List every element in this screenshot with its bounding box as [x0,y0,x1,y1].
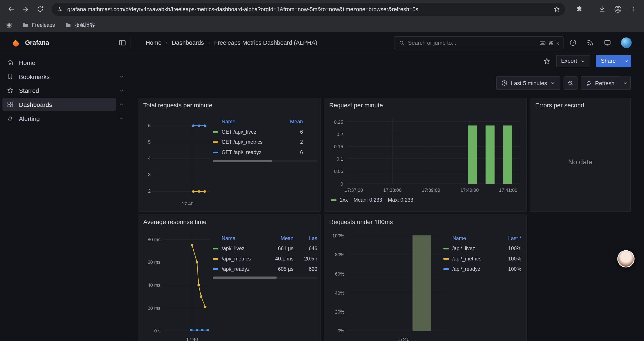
bar-chart[interactable] [347,119,521,187]
site-settings-icon[interactable] [56,6,63,12]
line-chart[interactable] [163,235,210,334]
legend-row[interactable]: /api/_metrics 40.1 ms 20.5 r [212,253,317,264]
legend-row[interactable]: /api/_readyz 605 µs 620 [212,264,317,274]
search-input[interactable] [408,40,536,46]
scrollbar-thumb[interactable] [212,276,276,279]
sidebar-item-label: Bookmarks [19,73,50,80]
time-range-picker[interactable]: Last 5 minutes [496,76,560,90]
series-color-dash [212,247,218,249]
scrollbar-thumb[interactable] [212,160,272,162]
apps-grid-icon[interactable] [6,22,12,28]
search-icon [398,40,405,46]
user-avatar[interactable] [621,37,632,48]
bookmark-folder-blogs[interactable]: 收藏博客 [65,22,95,29]
sidebar-item-bookmarks[interactable]: Bookmarks [0,69,130,83]
downloads-button[interactable] [596,3,609,16]
series-mean: 661 µs [269,245,293,251]
legend-scrollbar[interactable] [212,160,317,162]
legend-row[interactable]: /api/_readyz 100% [443,264,521,274]
grafana-logo[interactable] [11,37,21,48]
panel-title[interactable]: Requests under 100ms [329,218,393,225]
chevron-down-icon [624,59,628,63]
help-icon[interactable]: ? [569,39,577,46]
share-menu-button[interactable] [620,55,631,67]
line-chart[interactable] [152,120,210,200]
mega-menu-toggle[interactable] [118,39,126,47]
search-box[interactable]: ⌘+k [394,36,564,49]
sidebar: Home Bookmarks Starred Dashboards [0,53,130,341]
legend-row[interactable]: /api/_livez 661 µs 646 [212,243,317,254]
clock-icon [501,80,508,86]
legend-scrollbar[interactable] [212,276,317,279]
bookmark-folder-freeleaps[interactable]: Freeleaps [22,22,55,28]
extensions-button[interactable] [572,3,586,16]
panel-legend: Name Mean Las /api/_livez 661 µs 646 /ap… [212,233,317,274]
brand-name: Grafana [25,39,49,46]
sidebar-item-home[interactable]: Home [0,56,130,70]
legend-row[interactable]: /api/_metrics 100% [443,253,521,264]
refresh-sync-icon [586,80,592,86]
share-button[interactable]: Share [596,55,620,67]
display-monitor-icon[interactable] [604,39,611,46]
series-color-dash [443,247,449,249]
legend-header-mean[interactable]: Mean [269,235,293,241]
news-rss-icon[interactable] [586,39,594,46]
puzzle-icon [576,6,582,13]
back-button[interactable] [4,3,17,16]
legend-row[interactable]: GET /api/_metrics 2 [212,137,317,147]
legend-header-name[interactable]: Name [222,119,282,124]
y-tick: 0.2 [328,131,343,137]
address-bar[interactable]: grafana.mathmast.com/d/deytv4rwavabkb/fr… [52,3,565,15]
panel-title[interactable]: Errors per second [535,102,584,109]
reload-button[interactable] [34,3,47,16]
refresh-interval-button[interactable] [620,76,631,90]
sidebar-item-dashboards[interactable]: Dashboards [0,97,130,112]
sidebar-item-starred[interactable]: Starred [0,83,130,97]
refresh-button[interactable]: Refresh [581,76,620,90]
favorite-star-icon[interactable] [543,57,550,65]
bookmark-star-icon[interactable] [553,6,560,13]
legend-header-name[interactable]: Name [222,235,269,241]
y-tick: 3 [141,172,150,178]
panel-title[interactable]: Total requests per minute [143,102,212,109]
series-color-dash [212,258,218,259]
export-button[interactable]: Export [556,55,590,67]
profile-button[interactable] [611,3,624,16]
legend-header-mean[interactable]: Mean [282,119,303,124]
bar-chart[interactable] [347,235,444,331]
chevron-down-icon[interactable] [118,88,124,93]
sidebar-item-alerting[interactable]: Alerting [0,111,130,125]
chevron-down-icon[interactable] [118,74,124,79]
chevron-down-icon[interactable] [118,115,124,121]
svg-text:?: ? [572,41,574,44]
url-text[interactable]: grafana.mathmast.com/d/deytv4rwavabkb/fr… [67,6,549,12]
panel-title[interactable]: Request per minute [329,102,383,109]
breadcrumb-home[interactable]: Home [146,39,162,46]
panel-request-per-minute: Request per minute 0.25 0.2 0.15 0.1 0.0… [324,98,526,212]
zoom-out-button[interactable] [563,76,577,90]
legend-spacer [212,237,218,239]
legend-row[interactable]: GET /api/_livez 6 [212,127,317,137]
reload-icon [36,5,44,13]
breadcrumb-dashboards[interactable]: Dashboards [172,39,204,46]
legend-header-name[interactable]: Name [452,235,501,241]
series-color-dash [443,258,449,259]
browser-menu-button[interactable] [627,3,640,16]
legend-header-last[interactable]: Las [298,235,317,241]
panel-title[interactable]: Average response time [143,218,206,225]
series-last: 620 [298,266,317,272]
legend-row[interactable]: GET /api/_readyz 6 [212,147,317,157]
forward-button[interactable] [19,3,32,16]
shortcut-keys: ⌘+k [548,40,559,46]
series-name: 2xx [340,197,348,203]
legend-item-2xx[interactable]: 2xx [331,197,348,203]
assistant-avatar-button[interactable] [617,250,634,267]
legend-row[interactable]: /api/_livez 100% [443,243,521,254]
x-tick: 17:37:00 [341,187,367,193]
time-controls: Last 5 minutes Refresh [496,76,631,90]
zoom-out-icon [567,80,574,86]
share-button-group: Share [596,55,631,67]
legend-header-last[interactable]: Last * [501,235,521,241]
chevron-down-icon[interactable] [118,102,124,107]
series-last: 100% [501,256,521,261]
